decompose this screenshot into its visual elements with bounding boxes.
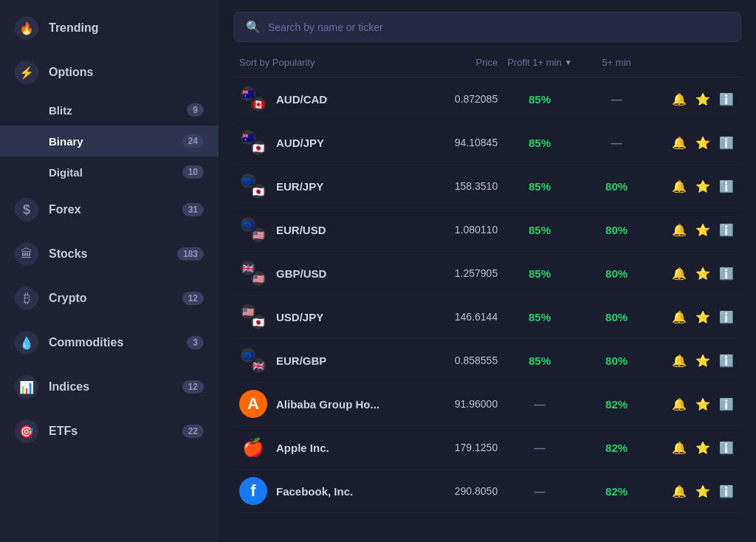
asset-name: GBP/USD [276,267,326,280]
favorite-button[interactable]: ⭐ [694,91,712,108]
search-icon: 🔍 [246,20,261,34]
trending-icon: 🔥 [15,16,38,40]
sidebar-subitem-label: Binary [49,135,182,148]
info-button[interactable]: ℹ️ [718,222,735,239]
notification-button[interactable]: 🔔 [670,439,688,456]
sidebar-item-crypto[interactable]: ₿ Crypto 12 [0,276,219,320]
binary-badge: 24 [182,134,204,148]
flag1-icon: 🇪🇺 [239,172,257,190]
sidebar-item-label: Crypto [49,292,182,305]
asset-name: AUD/JPY [276,137,324,149]
info-button[interactable]: ℹ️ [718,91,735,108]
stocks-icon: 🏛 [15,242,38,266]
crypto-icon: ₿ [15,287,38,310]
row-actions: 🔔 ⭐ ℹ️ [651,309,735,326]
info-button[interactable]: ℹ️ [718,265,735,282]
asset-profit: 85% [498,354,582,367]
asset-name: Alibaba Group Ho... [276,398,379,411]
asset-profit: 85% [498,137,582,149]
col-header-5min: 5+ min [582,57,652,68]
asset-5min: 80% [582,354,652,367]
notification-button[interactable]: 🔔 [670,483,688,500]
asset-price: 0.872085 [393,93,498,105]
asset-profit: 85% [498,93,582,106]
asset-price: 146.6144 [393,311,498,323]
asset-5min: 82% [582,442,652,454]
sidebar-item-trending[interactable]: 🔥 Trending [0,6,219,50]
sidebar-item-binary[interactable]: Binary 24 [0,126,219,157]
sidebar-subitem-label: Blitz [49,104,187,117]
sidebar-item-digital[interactable]: Digital 10 [0,157,219,188]
etfs-icon: 🎯 [15,419,38,443]
row-name-cell: 🇪🇺 🇯🇵 EUR/JPY [239,172,393,200]
notification-button[interactable]: 🔔 [670,396,688,413]
sidebar-item-forex[interactable]: $ Forex 31 [0,188,219,232]
asset-name: Apple Inc. [276,442,329,454]
row-actions: 🔔 ⭐ ℹ️ [651,178,735,195]
row-actions: 🔔 ⭐ ℹ️ [651,439,735,456]
sidebar-item-blitz[interactable]: Blitz 9 [0,95,219,126]
info-button[interactable]: ℹ️ [718,439,735,456]
flag1-icon: 🇦🇺 [239,128,257,146]
flag1-icon: 🇬🇧 [239,259,257,277]
row-actions: 🔔 ⭐ ℹ️ [651,91,735,108]
row-actions: 🔔 ⭐ ℹ️ [651,265,735,282]
favorite-button[interactable]: ⭐ [694,439,712,456]
col-header-profit[interactable]: Profit 1+ min ▼ [498,57,582,68]
row-actions: 🔔 ⭐ ℹ️ [651,134,735,151]
commodities-icon: 💧 [15,331,38,354]
sidebar-item-options[interactable]: ⚡ Options [0,50,219,95]
search-bar: 🔍 [233,12,741,42]
notification-button[interactable]: 🔔 [670,265,688,282]
favorite-button[interactable]: ⭐ [694,265,712,282]
notification-button[interactable]: 🔔 [670,309,688,326]
table-row: 🇪🇺 🇺🇸 EUR/USD 1.080110 85% 80% 🔔 ⭐ ℹ️ [233,208,741,252]
notification-button[interactable]: 🔔 [670,222,688,239]
favorite-button[interactable]: ⭐ [694,396,712,413]
info-button[interactable]: ℹ️ [718,134,735,151]
favorite-button[interactable]: ⭐ [694,178,712,195]
favorite-button[interactable]: ⭐ [694,483,712,500]
sidebar-item-label: Indices [49,380,182,394]
info-button[interactable]: ℹ️ [718,178,735,195]
sort-arrow-icon: ▼ [565,58,572,66]
col-header-name[interactable]: Sort by Popularity [239,57,393,68]
asset-5min: 82% [582,398,652,411]
favorite-button[interactable]: ⭐ [694,352,712,369]
sidebar-item-stocks[interactable]: 🏛 Stocks 183 [0,232,219,276]
pair-icon: 🇪🇺 🇬🇧 [239,346,267,374]
info-button[interactable]: ℹ️ [718,396,735,413]
sidebar-item-commodities[interactable]: 💧 Commodities 3 [0,320,219,365]
asset-profit: — [498,398,582,411]
asset-name: EUR/JPY [276,180,323,193]
main-content: 🔍 Sort by Popularity Price Profit 1+ min… [219,0,756,542]
sidebar-subitem-label: Digital [49,166,182,179]
table-row: 🇦🇺 🇯🇵 AUD/JPY 94.10845 85% — 🔔 ⭐ ℹ️ [233,121,741,165]
search-input[interactable] [268,21,729,33]
notification-button[interactable]: 🔔 [670,352,688,369]
favorite-button[interactable]: ⭐ [694,222,712,239]
sidebar-item-indices[interactable]: 📊 Indices 12 [0,365,219,409]
blitz-badge: 9 [187,103,204,117]
col-header-price: Price [393,57,498,68]
notification-button[interactable]: 🔔 [670,134,688,151]
notification-button[interactable]: 🔔 [670,91,688,108]
etfs-badge: 22 [182,425,204,438]
info-button[interactable]: ℹ️ [718,352,735,369]
favorite-button[interactable]: ⭐ [694,309,712,326]
info-button[interactable]: ℹ️ [718,309,735,326]
asset-price: 94.10845 [393,137,498,148]
sidebar-item-etfs[interactable]: 🎯 ETFs 22 [0,409,219,453]
table-row: 🍎 Apple Inc. 179.1250 — 82% 🔔 ⭐ ℹ️ [233,426,741,470]
asset-name: Facebook, Inc. [276,485,353,498]
commodities-badge: 3 [187,336,204,349]
stock-logo-icon: A [239,390,267,418]
table-row: 🇺🇸 🇯🇵 USD/JPY 146.6144 85% 80% 🔔 ⭐ ℹ️ [233,295,741,339]
notification-button[interactable]: 🔔 [670,178,688,195]
favorite-button[interactable]: ⭐ [694,134,712,151]
row-actions: 🔔 ⭐ ℹ️ [651,483,735,500]
info-button[interactable]: ℹ️ [718,483,735,500]
pair-icon: 🇬🇧 🇺🇸 [239,259,267,287]
flag1-icon: 🇦🇺 [239,85,257,103]
row-name-cell: A Alibaba Group Ho... [239,390,393,418]
